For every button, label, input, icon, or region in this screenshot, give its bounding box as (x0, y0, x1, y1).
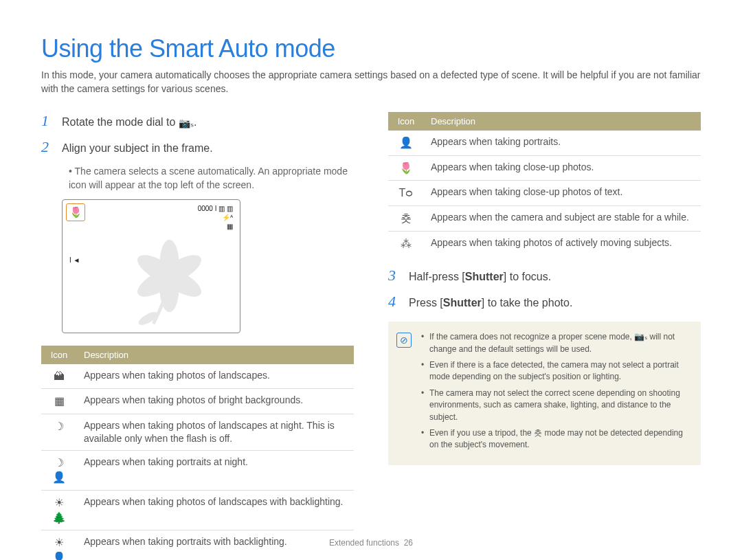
scene-mode-icon: 🌷 (66, 203, 85, 221)
notes-box: ⊘ If the camera does not recognize a pro… (388, 322, 701, 465)
table-row: ☽Appears when taking photos of landscape… (41, 414, 354, 450)
note-item: Even if there is a face detected, the ca… (421, 359, 690, 383)
row-description: Appears when taking portraits at night. (77, 450, 354, 490)
step-3: 3 Half-press [Shutter] to focus. (388, 267, 701, 284)
shutter-keyword: Shutter (465, 271, 504, 282)
table-row: ⁂Appears when taking photos of actively … (388, 231, 701, 256)
note-item: Even if you use a tripod, the 춋 mode may… (421, 427, 690, 451)
icon-table-right: Icon Description 👤Appears when taking po… (388, 112, 701, 256)
flower-graphic (116, 223, 223, 329)
row-description: Appears when taking photos of landscapes… (77, 490, 354, 530)
step3-pre: Half-press [ (409, 271, 465, 282)
table-row: ☀🌲Appears when taking photos of landscap… (41, 490, 354, 530)
note-icon: ⊘ (396, 333, 412, 348)
table-row: 🏔Appears when taking photos of landscape… (41, 364, 354, 389)
row-description: Appears when taking close-up photos. (424, 155, 701, 181)
step-4: 4 Press [Shutter] to take the photo. (388, 293, 701, 311)
row-icon: Tᴑ (388, 181, 424, 206)
row-description: Appears when the camera and subject are … (424, 205, 701, 231)
svg-point-6 (163, 269, 176, 282)
table-row: 👤Appears when taking portraits. (388, 131, 701, 155)
table-row: 🌷Appears when taking close-up photos. (388, 155, 701, 181)
note-item: If the camera does not recognize a prope… (421, 331, 690, 355)
row-description: Appears when taking photos of landscapes… (77, 414, 354, 450)
row-description: Appears when taking photos of landscapes… (77, 364, 354, 389)
row-description: Appears when taking close-up photos of t… (424, 181, 701, 206)
notes-list: If the camera does not recognize a prope… (421, 331, 690, 456)
step2-text: Align your subject in the frame. (62, 142, 213, 155)
step1-post: . (194, 116, 196, 128)
row-icon: ⁂ (388, 231, 424, 256)
screen-side-marker: I ◄ (69, 255, 80, 266)
row-icon: ☽👤 (41, 450, 77, 490)
row-icon: 👤 (388, 131, 424, 155)
step-number: 2 (41, 138, 54, 156)
table-row: ☽👤Appears when taking portraits at night… (41, 450, 354, 490)
page-title: Using the Smart Auto mode (41, 34, 701, 63)
th-icon: Icon (388, 112, 424, 131)
table-row: TᴑAppears when taking close-up photos of… (388, 181, 701, 206)
table-row: 춋Appears when the camera and subject are… (388, 205, 701, 231)
table-row: ▦Appears when taking photos of bright ba… (41, 389, 354, 414)
step4-post: ] to take the photo. (482, 297, 573, 309)
row-icon: 춋 (388, 205, 424, 231)
row-description: Appears when taking photos of bright bac… (77, 389, 354, 414)
shutter-keyword: Shutter (443, 297, 482, 309)
page-footer: Extended functions 26 (0, 538, 742, 548)
th-description: Description (77, 346, 354, 364)
row-description: Appears when taking photos of actively m… (424, 231, 701, 256)
mode-dial-icon: 📷ₛ (179, 117, 194, 128)
step1-pre: Rotate the mode dial to (62, 116, 179, 128)
row-icon: ▦ (41, 389, 77, 414)
step-2: 2 Align your subject in the frame. (41, 138, 354, 156)
camera-screen-illustration: 🌷 0000 I ▥ ▥ ⚡ᴬ ▦ I ◄ (62, 199, 240, 333)
intro-text: In this mode, your camera automatically … (41, 69, 701, 96)
step-number: 1 (41, 112, 54, 130)
footer-section: Extended functions (329, 538, 399, 548)
row-description: Appears when taking portraits. (424, 131, 701, 155)
note-item: The camera may not select the correct sc… (421, 388, 690, 423)
th-icon: Icon (41, 346, 77, 364)
footer-page: 26 (404, 538, 413, 548)
step-1: 1 Rotate the mode dial to 📷ₛ. (41, 112, 354, 130)
row-icon: 🌷 (388, 155, 424, 181)
row-icon: ☀🌲 (41, 490, 77, 530)
row-icon: 🏔 (41, 364, 77, 389)
row-icon: ☽ (41, 414, 77, 450)
icon-table-left: Icon Description 🏔Appears when taking ph… (41, 346, 354, 560)
step-number: 3 (388, 267, 401, 284)
step3-post: ] to focus. (504, 271, 551, 282)
step4-pre: Press [ (409, 297, 443, 309)
th-description: Description (424, 112, 701, 131)
step2-bullet: The camera selects a scene automatically… (69, 164, 354, 192)
step-number: 4 (388, 293, 401, 311)
